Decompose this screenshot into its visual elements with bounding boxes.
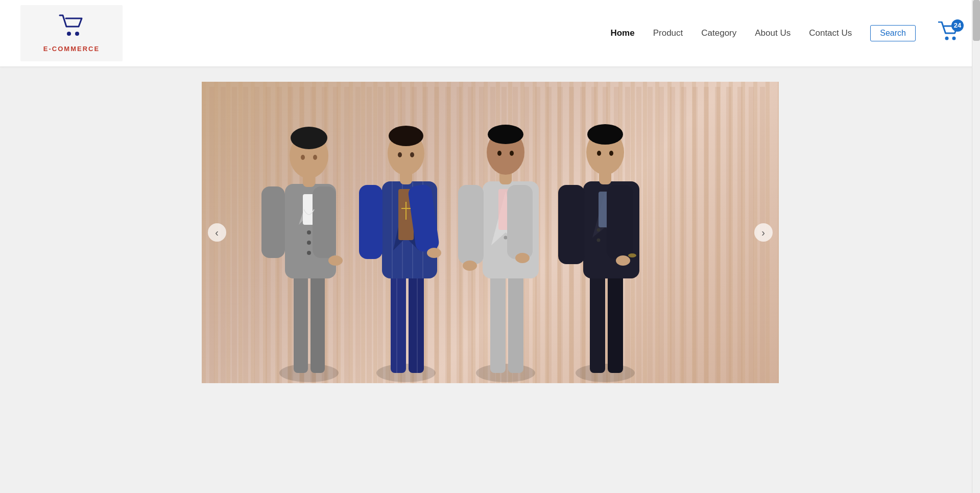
- scrollbar-thumb[interactable]: [973, 0, 980, 41]
- logo[interactable]: E-COMMERCE: [20, 5, 123, 61]
- hero-models: [202, 82, 779, 383]
- svg-point-43: [398, 152, 402, 157]
- svg-rect-8: [310, 271, 325, 373]
- svg-rect-13: [261, 186, 285, 258]
- svg-point-19: [301, 155, 305, 160]
- hero-background: [202, 82, 779, 383]
- svg-point-3: [952, 36, 956, 40]
- svg-rect-25: [391, 271, 406, 373]
- svg-point-18: [291, 127, 327, 149]
- svg-point-23: [307, 251, 311, 255]
- svg-point-2: [945, 36, 949, 40]
- svg-point-61: [488, 125, 523, 144]
- svg-rect-56: [507, 185, 533, 259]
- search-button[interactable]: Search: [870, 25, 916, 41]
- chevron-right-icon: ›: [761, 227, 765, 239]
- svg-rect-65: [590, 271, 605, 373]
- main-nav: Home Product Category About Us Contact U…: [610, 21, 960, 45]
- logo-text: E-COMMERCE: [43, 45, 100, 53]
- nav-item-category[interactable]: Category: [701, 28, 736, 38]
- carousel-next-button[interactable]: ›: [754, 223, 773, 242]
- svg-rect-49: [508, 271, 523, 373]
- svg-point-71: [596, 228, 600, 232]
- header: E-COMMERCE Home Product Category About U…: [0, 0, 980, 66]
- hero-section: ‹ ›: [202, 82, 779, 383]
- svg-point-39: [427, 248, 441, 258]
- nav-item-contact[interactable]: Contact Us: [809, 28, 852, 38]
- svg-rect-37: [359, 185, 383, 259]
- svg-point-22: [307, 241, 311, 245]
- chevron-left-icon: ‹: [215, 227, 219, 239]
- scrollbar-track: [972, 0, 980, 383]
- svg-point-57: [463, 261, 477, 271]
- svg-point-62: [497, 151, 501, 156]
- svg-rect-26: [409, 271, 424, 373]
- carousel-prev-button[interactable]: ‹: [208, 223, 226, 242]
- svg-point-54: [504, 236, 507, 240]
- svg-point-83: [609, 151, 613, 156]
- svg-point-44: [410, 152, 414, 157]
- svg-point-15: [328, 255, 343, 266]
- cart-area[interactable]: 24: [938, 21, 960, 45]
- svg-rect-7: [294, 271, 308, 373]
- svg-point-6: [279, 364, 339, 382]
- nav-item-home[interactable]: Home: [610, 28, 634, 38]
- cart-badge: 24: [951, 19, 964, 32]
- svg-point-78: [628, 253, 636, 257]
- models-svg: [209, 87, 771, 383]
- svg-point-77: [616, 255, 630, 266]
- svg-point-81: [587, 124, 623, 145]
- svg-point-82: [597, 151, 601, 156]
- svg-point-72: [596, 239, 600, 242]
- svg-rect-14: [313, 186, 336, 258]
- nav-item-about[interactable]: About Us: [755, 28, 791, 38]
- cart-logo-icon: [59, 14, 84, 42]
- svg-point-20: [313, 155, 317, 160]
- nav-item-product[interactable]: Product: [653, 28, 683, 38]
- svg-point-1: [75, 32, 79, 36]
- svg-rect-66: [608, 271, 623, 373]
- svg-point-0: [67, 32, 71, 36]
- svg-point-21: [307, 230, 311, 234]
- svg-rect-75: [558, 185, 585, 264]
- svg-rect-55: [458, 185, 484, 264]
- svg-rect-76: [607, 185, 633, 259]
- svg-point-63: [510, 151, 514, 156]
- svg-rect-48: [490, 271, 506, 373]
- svg-point-58: [515, 253, 530, 263]
- svg-point-42: [389, 126, 423, 146]
